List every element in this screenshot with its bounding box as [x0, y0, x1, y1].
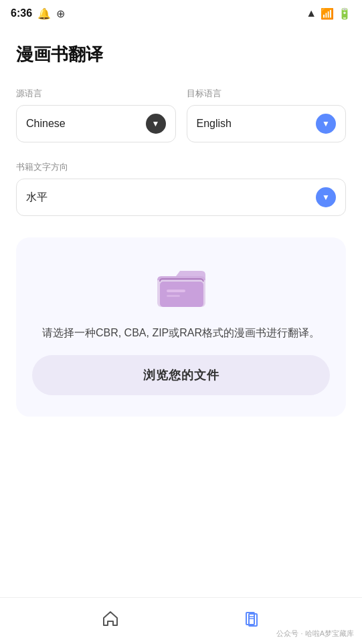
- text-direction-group: 书籍文字方向 水平 ▼: [16, 161, 346, 216]
- status-time: 6:36: [11, 7, 32, 19]
- source-language-arrow-icon: ▼: [146, 114, 166, 134]
- folder-icon: [155, 264, 208, 311]
- svg-rect-2: [167, 290, 185, 292]
- source-language-label: 源语言: [16, 88, 176, 100]
- status-bar-left: 6:36 🔔 ⊕: [11, 7, 65, 20]
- browse-button[interactable]: 浏览您的文件: [32, 355, 330, 395]
- status-bar-right: ▲ 📶 🔋: [306, 7, 351, 20]
- text-direction-dropdown[interactable]: 水平 ▼: [16, 179, 346, 216]
- source-language-dropdown[interactable]: Chinese ▼: [16, 105, 176, 142]
- upload-card: 请选择一种CBR, CBA, ZIP或RAR格式的漫画书进行翻译。 浏览您的文件: [16, 237, 346, 417]
- battery-icon: 🔋: [338, 7, 351, 20]
- upload-description: 请选择一种CBR, CBA, ZIP或RAR格式的漫画书进行翻译。: [42, 324, 320, 342]
- library-icon: [242, 609, 261, 633]
- status-bar: 6:36 🔔 ⊕ ▲ 📶 🔋: [0, 0, 362, 27]
- page-title: 漫画书翻译: [16, 43, 346, 66]
- target-language-dropdown[interactable]: English ▼: [187, 105, 347, 142]
- home-icon: [101, 609, 120, 633]
- watermark: 公众号 · 哈啦A梦宝藏库: [276, 629, 354, 639]
- share-icon: ⊕: [56, 7, 65, 20]
- source-language-value: Chinese: [26, 118, 66, 130]
- main-content: 漫画书翻译 源语言 Chinese ▼ 目标语言 English ▼ 书籍文字方…: [0, 27, 362, 597]
- language-row: 源语言 Chinese ▼ 目标语言 English ▼: [16, 88, 346, 142]
- text-direction-value: 水平: [26, 191, 48, 205]
- target-language-label: 目标语言: [187, 88, 347, 100]
- text-direction-label: 书籍文字方向: [16, 161, 346, 173]
- svg-rect-1: [160, 282, 203, 307]
- svg-rect-3: [167, 295, 180, 297]
- nav-library[interactable]: [242, 609, 261, 633]
- target-language-value: English: [197, 118, 232, 130]
- signal-icon: 📶: [321, 7, 334, 20]
- nav-home[interactable]: [101, 609, 120, 633]
- target-language-arrow-icon: ▼: [316, 114, 336, 134]
- target-language-group: 目标语言 English ▼: [187, 88, 347, 142]
- wifi-icon: ▲: [306, 7, 316, 19]
- text-direction-arrow-icon: ▼: [316, 187, 336, 207]
- source-language-group: 源语言 Chinese ▼: [16, 88, 176, 142]
- notification-icon: 🔔: [37, 7, 51, 20]
